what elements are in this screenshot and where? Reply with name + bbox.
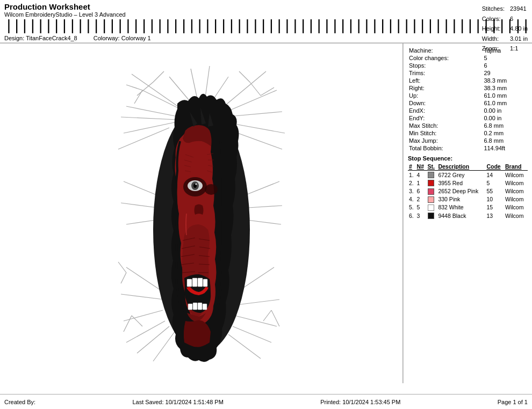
printed: Printed: 10/1/2024 1:53:45 PM [320,399,400,405]
stop-seq-row: 4.2330 Pink10Wilcom [408,195,528,203]
width-label: Width: [482,34,509,43]
design-area [0,43,403,383]
page-header: Production Worksheet Wilcom EmbroiderySt… [0,0,532,43]
color-swatch [428,172,434,178]
svg-rect-77 [198,303,202,310]
width-value: 3.01 in [510,34,528,43]
svg-rect-76 [193,303,197,310]
machine-info-row: Stops:6 [408,62,528,69]
barcode: ||||||||||||||||||||||||||||||||||||||||… [4,19,528,34]
svg-point-52 [205,184,218,195]
machine-info-row: Max Stitch:6.8 mm [408,122,528,129]
top-stats-panel: Stitches: 23941 Colors: 6 Height: 4.80 i… [481,3,529,54]
zoom-label: Zoom: [482,44,509,53]
stop-sequence-table: #N#St.DescriptionCodeBrand 1.46722 Grey1… [408,163,528,220]
machine-info-row: Down:61.0 mm [408,99,528,107]
main-content: Machine:TajimaColor changes:5Stops:6Trim… [0,43,532,383]
machine-info-row: EndX:0.00 in [408,107,528,114]
stop-seq-col-header: N# [416,163,427,171]
stop-seq-col-header: # [408,163,416,171]
stop-seq-col-header: St. [427,163,437,171]
machine-info-row: Total Bobbin:114.94ft [408,144,528,152]
stop-seq-col-header: Description [437,163,485,171]
info-panel: Machine:TajimaColor changes:5Stops:6Trim… [403,43,532,383]
page-title: Production Worksheet [4,2,528,11]
colorway-label: Colorway: Colorway 1 [94,35,151,41]
machine-info-table: Machine:TajimaColor changes:5Stops:6Trim… [408,47,528,152]
created-by: Created By: [4,399,35,405]
svg-rect-74 [203,279,207,287]
stop-seq-col-header: Code [485,163,504,171]
color-swatch [428,204,434,211]
stop-seq-row: 3.62652 Deep Pink55Wilcom [408,187,528,195]
color-swatch [428,213,434,219]
stop-seq-row: 6.39448 Black13Wilcom [408,211,528,220]
stop-seq-row: 1.46722 Grey14Wilcom [408,171,528,179]
machine-info-row: EndY:0.00 in [408,114,528,122]
svg-rect-71 [187,279,192,287]
zoom-value: 1:1 [510,44,528,53]
page-footer: Created By: Last Saved: 10/1/2024 1:51:4… [0,394,532,409]
color-swatch [428,188,434,195]
design-label: Design: TitanFaceCrack4_8 [4,35,77,41]
stitches-value: 23941 [510,4,528,13]
height-label: Height: [482,24,509,33]
header-meta: Design: TitanFaceCrack4_8 Colorway: Colo… [4,35,528,41]
machine-info-row: Max Jump:6.8 mm [408,137,528,144]
svg-point-51 [195,183,197,185]
colors-value: 6 [510,14,528,24]
stop-seq-col-header: Brand [504,163,528,171]
machine-info-row: Right:38.3 mm [408,84,528,92]
height-value: 4.80 in [510,24,528,33]
svg-rect-78 [203,304,207,310]
machine-info-row: Up:61.0 mm [408,92,528,99]
stop-seq-row: 2.13955 Red5Wilcom [408,179,528,187]
stop-sequence-title: Stop Sequence: [408,155,528,162]
svg-rect-73 [198,278,203,287]
design-image [116,63,287,364]
machine-info-row: Color changes:5 [408,54,528,62]
page-subtitle: Wilcom EmbroideryStudio – Level 3 Advanc… [4,11,528,18]
page-number: Page 1 of 1 [498,399,528,405]
stop-seq-row: 5.5832 White15Wilcom [408,203,528,211]
last-saved: Last Saved: 10/1/2024 1:51:48 PM [132,399,223,405]
svg-rect-72 [192,278,197,287]
machine-info-row: Trims:29 [408,69,528,77]
machine-info-row: Left:38.3 mm [408,77,528,84]
colors-label: Colors: [482,14,509,24]
machine-info-row: Min Stitch:0.2 mm [408,129,528,137]
svg-rect-75 [188,304,192,310]
color-swatch [428,180,434,186]
stitches-label: Stitches: [482,4,509,13]
color-swatch [428,196,434,203]
